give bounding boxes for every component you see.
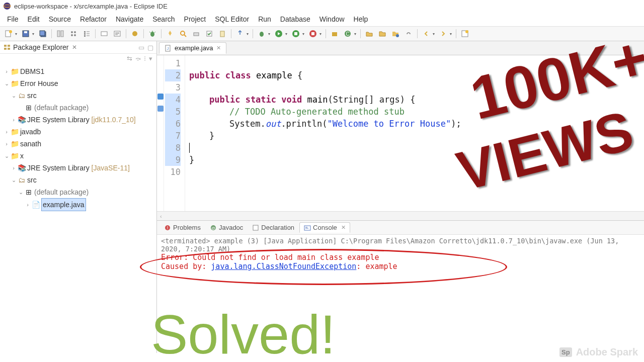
dropdown-icon[interactable]: ▾ [32,32,34,36]
dropdown-icon[interactable]: ▾ [15,32,17,36]
dropdown-icon[interactable]: ▾ [354,32,356,36]
tab-declaration[interactable]: Declaration [248,223,298,232]
tab-problems[interactable]: !Problems [160,223,205,232]
expand-icon[interactable]: › [3,65,10,77]
open-project-button[interactable] [377,28,388,39]
close-tab-icon[interactable]: ✕ [216,45,221,51]
menu-run[interactable]: Run [254,14,275,24]
tree-item[interactable]: Error House [20,77,58,89]
expand-icon[interactable]: › [3,138,10,150]
source-code[interactable]: public class example { public static voi… [185,55,465,211]
exception-link[interactable]: java.lang.ClassNotFoundException [211,262,356,271]
save-all-button[interactable] [37,28,48,39]
dropdown-icon[interactable]: ▾ [319,32,321,36]
collapse-icon[interactable]: ⌄ [10,89,17,102]
editor-tab-example[interactable]: J example.java ✕ [159,42,226,54]
pin-button[interactable] [234,28,246,39]
dropdown-icon[interactable]: ▾ [450,32,452,36]
dropdown-icon[interactable]: ▾ [302,32,304,36]
menu-sql-editor[interactable]: SQL Editor [211,14,253,24]
filter-icon[interactable]: ⁝ [144,55,146,62]
task-button[interactable] [204,28,215,39]
annotation-button[interactable] [191,28,202,39]
close-icon[interactable]: ✕ [72,44,77,51]
svg-rect-19 [194,33,199,36]
marker-icon [157,106,164,112]
menu-search[interactable]: Search [148,14,179,24]
expand-icon[interactable]: › [10,114,17,126]
tree-item[interactable]: (default package) [34,186,89,198]
bottom-panel: !Problems @Javadoc Declaration Console✕ … [157,220,644,273]
tree-item[interactable]: src [27,89,37,102]
switch-button[interactable] [55,28,66,39]
debug-button[interactable] [256,28,267,39]
package-tree[interactable]: ›📁DBMS1 ⌄📁Error House ⌄🗂src ⊞(default pa… [0,63,156,213]
collapse-icon[interactable]: ⇆ [127,55,132,62]
debug-config-button[interactable] [147,28,158,39]
menu-window[interactable]: Window [315,14,349,24]
menu-source[interactable]: Source [45,14,75,24]
tab-console[interactable]: Console✕ [299,222,350,233]
ext-tools-button[interactable] [307,28,318,39]
dropdown-icon[interactable]: ▾ [268,32,270,36]
tree-item-selected[interactable]: example.java [41,198,86,211]
toggle-mark-button[interactable] [112,28,123,39]
menu-database[interactable]: Database [276,14,314,24]
forward-button[interactable] [438,28,449,39]
src-folder-icon: 🗂 [17,92,26,100]
run-button[interactable] [273,28,284,39]
tree-item[interactable]: JRE System Library [JavaSE-11] [27,162,130,174]
open-type-button[interactable] [165,28,176,39]
link-editor-icon[interactable]: ⤼ [135,55,141,62]
dropdown-icon[interactable]: ▾ [247,32,249,36]
build-button[interactable] [129,28,140,39]
open-folder-button[interactable] [364,28,375,39]
collapse-icon[interactable]: ⌄ [3,77,10,89]
link-button[interactable] [403,28,414,39]
expand-icon[interactable]: › [24,199,31,211]
save-button[interactable] [20,28,31,39]
tree-item[interactable]: src [27,174,37,186]
tree-item[interactable]: x [20,150,24,162]
horizontal-scrollbar[interactable]: ‹ [157,211,644,220]
tree-item[interactable]: sanath [20,138,41,150]
svg-rect-28 [332,32,337,36]
expand-icon[interactable]: › [10,162,17,174]
new-button[interactable] [3,28,14,39]
collapse-icon[interactable]: ⌄ [10,174,17,186]
tab-javadoc[interactable]: @Javadoc [206,223,247,232]
package-explorer-panel: Package Explorer ✕ ▭ ▢ ⇆ ⤼ ⁝ ▾ ›📁DBMS1 ⌄… [0,41,157,353]
collapse-icon[interactable]: ⌄ [17,186,24,198]
menu-project[interactable]: Project [180,14,210,24]
dropdown-icon[interactable]: ▾ [285,32,287,36]
menu-file[interactable]: File [3,14,23,24]
new-conn-button[interactable] [99,28,110,39]
tree-item[interactable]: javadb [20,126,41,138]
back-button[interactable] [421,28,432,39]
java-file-icon: 📄 [31,201,40,209]
dropdown-icon[interactable]: ▾ [433,32,435,36]
menu-edit[interactable]: Edit [24,14,44,24]
menu-refactor[interactable]: Refactor [76,14,111,24]
new-package-button[interactable] [329,28,340,39]
tree-item[interactable]: (default package) [34,102,89,114]
paste-button[interactable] [217,28,228,39]
open-resource-button[interactable] [390,28,401,39]
minimize-icon[interactable]: ▭ [138,44,144,51]
coverage-button[interactable] [290,28,301,39]
menu-help[interactable]: Help [350,14,372,24]
tree-item[interactable]: JRE System Library [jdk11.0.7_10] [27,114,136,126]
toggle-breadcrumb-button[interactable] [68,28,79,39]
tree-item[interactable]: DBMS1 [20,65,44,77]
maximize-icon[interactable]: ▢ [147,44,153,51]
skip-breakpoints-button[interactable] [81,28,92,39]
collapse-icon[interactable]: ⌄ [3,150,10,162]
menu-navigate[interactable]: Navigate [112,14,147,24]
search-button[interactable] [178,28,189,39]
new-class-button[interactable]: C [342,28,353,39]
svg-point-33 [465,30,468,33]
console-output[interactable]: <terminated> example (3) [Java Applicati… [157,235,644,273]
expand-icon[interactable]: › [3,126,10,138]
perspective-button[interactable] [459,28,470,39]
menu-icon[interactable]: ▾ [149,55,152,62]
